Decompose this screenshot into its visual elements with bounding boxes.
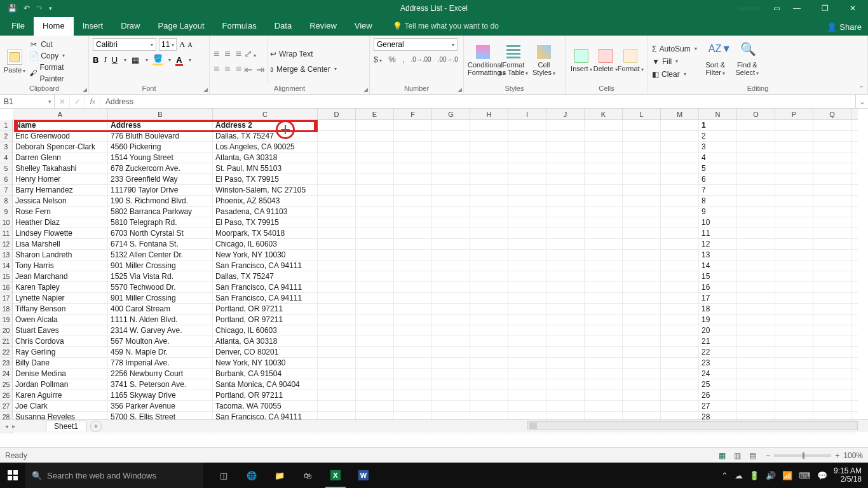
cell[interactable]: 2 (699, 131, 737, 141)
cell[interactable]: Henry Homer (13, 174, 108, 184)
cell[interactable] (546, 131, 585, 141)
cell[interactable] (318, 152, 356, 163)
cell[interactable] (356, 282, 394, 292)
cell[interactable]: Owen Alcala (13, 315, 108, 325)
sheet-tab-sheet1[interactable]: Sheet1 (46, 421, 86, 431)
cell[interactable] (508, 174, 546, 184)
row-header[interactable]: 24 (0, 369, 12, 379)
cell[interactable] (318, 369, 356, 379)
cell[interactable] (775, 196, 813, 206)
cell[interactable] (813, 185, 851, 195)
cell[interactable] (623, 261, 661, 271)
cell[interactable] (737, 228, 775, 238)
cell[interactable] (318, 315, 356, 325)
cell[interactable] (775, 228, 813, 238)
cell[interactable] (737, 304, 775, 314)
cell[interactable] (432, 131, 470, 141)
cell[interactable] (585, 152, 623, 163)
font-color-button[interactable]: A (176, 55, 182, 65)
decrease-decimal-button[interactable]: .00→.0 (438, 56, 458, 63)
cell[interactable] (585, 217, 623, 227)
cell[interactable]: Chicago, IL 60603 (213, 239, 318, 249)
cell[interactable]: 4560 Pickering (108, 142, 213, 152)
cell[interactable]: Deborah Spencer-Clark (13, 142, 108, 152)
cell[interactable]: 25 (699, 379, 737, 390)
undo-icon[interactable]: ↶ (24, 4, 30, 13)
cell[interactable] (661, 185, 699, 195)
cell[interactable]: 5810 Telegraph Rd. (108, 217, 213, 227)
cell[interactable] (585, 293, 623, 303)
formula-input[interactable]: Address (100, 95, 855, 108)
cell[interactable] (356, 271, 394, 281)
taskbar-store[interactable]: 🛍 (295, 463, 320, 488)
cell[interactable] (470, 174, 508, 184)
cell[interactable] (470, 315, 508, 325)
cell[interactable] (737, 315, 775, 325)
cell[interactable]: 400 Carol Stream (108, 304, 213, 314)
taskbar-clock[interactable]: 9:15 AM 2/5/18 (834, 467, 864, 484)
cell[interactable] (508, 358, 546, 368)
cell[interactable] (432, 142, 470, 152)
cell[interactable]: Address (108, 120, 213, 130)
cell[interactable] (623, 131, 661, 141)
cell[interactable]: 2256 Newburry Court (108, 369, 213, 379)
cell[interactable] (623, 293, 661, 303)
cell[interactable] (775, 282, 813, 292)
cell[interactable]: Winston-Salem, NC 27105 (213, 185, 318, 195)
zoom-out-button[interactable]: − (766, 451, 770, 460)
cell[interactable] (432, 239, 470, 249)
taskbar-chrome[interactable]: 🌐 (239, 463, 264, 488)
format-as-table-button[interactable]: Format as Table▾ (498, 45, 529, 78)
cell[interactable] (813, 315, 851, 325)
cell[interactable] (546, 250, 585, 260)
cell[interactable] (318, 185, 356, 195)
underline-button[interactable]: U (112, 55, 118, 65)
cell[interactable] (661, 228, 699, 238)
expand-formula-bar-button[interactable]: ⌄ (855, 95, 868, 108)
cell[interactable] (775, 152, 813, 163)
cell[interactable] (623, 228, 661, 238)
cell[interactable] (508, 401, 546, 411)
copy-button[interactable]: 📄Copy▾ (29, 50, 85, 62)
cell[interactable] (356, 185, 394, 195)
cell[interactable] (394, 336, 432, 346)
cell[interactable] (737, 207, 775, 217)
cell[interactable]: 17 (699, 293, 737, 303)
cell[interactable] (394, 293, 432, 303)
row-header[interactable]: 22 (0, 347, 12, 358)
cell[interactable]: 233 Greenfield Way (108, 174, 213, 184)
cell[interactable] (623, 185, 661, 195)
cell[interactable] (432, 120, 470, 130)
cell[interactable] (508, 152, 546, 163)
cell[interactable]: 1111 N. Alden Blvd. (108, 315, 213, 325)
cell[interactable] (585, 174, 623, 184)
cell[interactable] (394, 250, 432, 260)
cell[interactable] (394, 271, 432, 281)
cell[interactable] (585, 131, 623, 141)
cell[interactable] (318, 120, 356, 130)
cell[interactable] (661, 261, 699, 271)
cell[interactable] (432, 304, 470, 314)
cell[interactable] (508, 336, 546, 346)
cell[interactable] (813, 261, 851, 271)
cell[interactable]: Stuart Eaves (13, 325, 108, 336)
cell[interactable]: 23 (699, 358, 737, 368)
cell[interactable] (356, 315, 394, 325)
redo-icon[interactable]: ↷ (36, 4, 43, 13)
cell[interactable]: 5132 Allen Center Dr. (108, 250, 213, 260)
cell[interactable]: Tiffany Benson (13, 304, 108, 314)
row-header[interactable]: 27 (0, 401, 12, 412)
cell[interactable]: Address 2 (213, 120, 318, 130)
cell[interactable] (356, 120, 394, 130)
cell[interactable] (775, 142, 813, 152)
cell[interactable] (508, 120, 546, 130)
cell[interactable] (623, 120, 661, 130)
cell[interactable]: Sharon Landreth (13, 250, 108, 260)
row-header[interactable]: 9 (0, 207, 12, 217)
cancel-formula-button[interactable]: ✕ (55, 95, 70, 108)
cell[interactable]: New York, NY 10030 (213, 250, 318, 260)
font-name-combo[interactable]: Calibri▾ (93, 38, 156, 51)
cell[interactable] (318, 271, 356, 281)
cell[interactable] (508, 228, 546, 238)
cell[interactable] (813, 293, 851, 303)
